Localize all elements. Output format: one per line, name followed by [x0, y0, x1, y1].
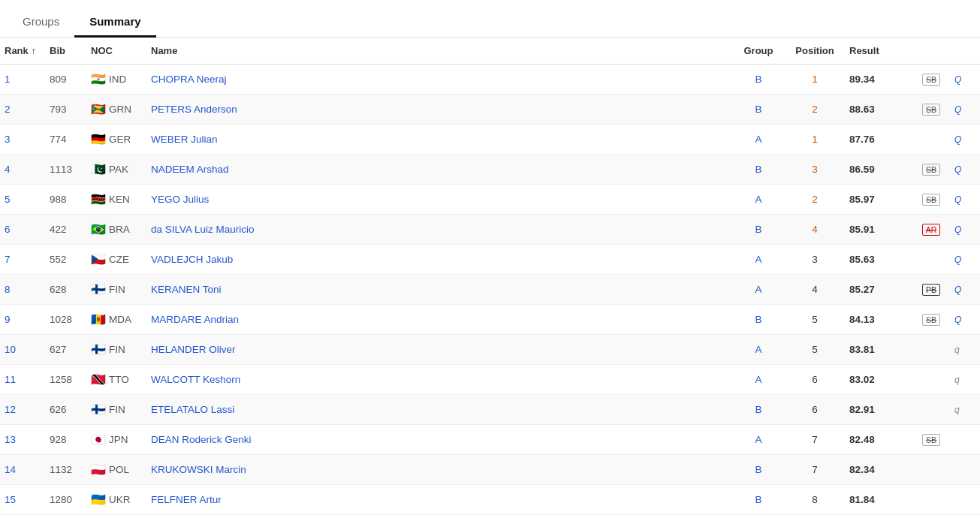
- q-indicator: Q: [954, 74, 961, 85]
- badge-cell: PB: [912, 275, 950, 305]
- flag-icon: 🇰🇪: [91, 192, 106, 206]
- name-cell[interactable]: YEGO Julius: [146, 185, 732, 215]
- bib-cell: 1280: [45, 485, 86, 515]
- q-indicator: Q: [954, 194, 961, 205]
- noc-cell: 🇫🇮FIN: [86, 335, 146, 365]
- q-indicator: q: [954, 345, 960, 355]
- qualification-cell: q: [950, 335, 980, 365]
- record-badge: AR: [922, 224, 941, 236]
- name-cell[interactable]: HELANDER Oliver: [146, 335, 732, 365]
- group-cell: A: [732, 425, 785, 455]
- table-row: 8628🇫🇮FINKERANEN ToniA485.27PBQ: [0, 275, 980, 305]
- col-position: Position: [785, 38, 845, 65]
- name-cell[interactable]: FELFNER Artur: [146, 485, 732, 515]
- name-cell[interactable]: VADLEJCH Jakub: [146, 245, 732, 275]
- flag-icon: 🇧🇷: [91, 222, 106, 236]
- table-row: 41113🇵🇰PAKNADEEM ArshadB386.59SBQ: [0, 155, 980, 185]
- noc-cell: 🇵🇰PAK: [86, 155, 146, 185]
- name-cell[interactable]: WALCOTT Keshorn: [146, 365, 732, 395]
- noc-cell: 🇧🇷BRA: [86, 215, 146, 245]
- noc-cell: 🇩🇪GER: [86, 125, 146, 155]
- position-cell: 3: [785, 155, 845, 185]
- record-badge: SB: [922, 194, 940, 206]
- table-row: 91028🇲🇩MDAMARDARE AndrianB584.13SBQ: [0, 305, 980, 335]
- noc-code: FIN: [109, 404, 125, 415]
- bib-cell: 774: [45, 125, 86, 155]
- qualification-cell: Q: [950, 65, 980, 95]
- name-cell[interactable]: MARDARE Andrian: [146, 305, 732, 335]
- flag-icon: 🇵🇱: [91, 462, 106, 477]
- group-cell: B: [732, 485, 785, 515]
- name-cell[interactable]: DEAN Roderick Genki: [146, 425, 732, 455]
- bib-cell: 552: [45, 245, 86, 275]
- qualification-cell: Q: [950, 245, 980, 275]
- table-row: 3774🇩🇪GERWEBER JulianA187.76Q: [0, 125, 980, 155]
- flag-icon: 🇺🇦: [91, 492, 106, 507]
- result-cell: 82.91: [845, 395, 912, 425]
- group-cell: B: [732, 155, 785, 185]
- bib-cell: 626: [45, 395, 86, 425]
- rank-cell: 6: [0, 215, 45, 245]
- qualification-cell: Q: [950, 275, 980, 305]
- group-cell: A: [732, 365, 785, 395]
- noc-cell: 🇵🇱POL: [86, 455, 146, 485]
- table-header-row: Rank ↑ Bib NOC Name Group Position Resul…: [0, 38, 980, 65]
- noc-cell: 🇰🇪KEN: [86, 185, 146, 215]
- badge-cell: [912, 125, 950, 155]
- bib-cell: 988: [45, 185, 86, 215]
- result-cell: 83.81: [845, 335, 912, 365]
- table-row: 111258🇹🇹TTOWALCOTT KeshornA683.02q: [0, 365, 980, 395]
- col-badge: [912, 38, 950, 65]
- rank-cell: 9: [0, 305, 45, 335]
- name-cell[interactable]: NADEEM Arshad: [146, 155, 732, 185]
- tabs-container: Groups Summary: [0, 0, 980, 38]
- bib-cell: 809: [45, 65, 86, 95]
- noc-cell: 🇺🇦UKR: [86, 485, 146, 515]
- position-cell: 6: [785, 365, 845, 395]
- flag-icon: 🇩🇪: [91, 132, 106, 146]
- record-badge: SB: [922, 74, 940, 86]
- badge-cell: [912, 245, 950, 275]
- bib-cell: 1258: [45, 365, 86, 395]
- bib-cell: 627: [45, 335, 86, 365]
- table-row: 141132🇵🇱POLKRUKOWSKI MarcinB782.34: [0, 455, 980, 485]
- bib-cell: 1113: [45, 155, 86, 185]
- name-cell[interactable]: da SILVA Luiz Mauricio: [146, 215, 732, 245]
- flag-icon: 🇲🇩: [91, 312, 106, 327]
- result-cell: 85.97: [845, 185, 912, 215]
- table-row: 10627🇫🇮FINHELANDER OliverA583.81q: [0, 335, 980, 365]
- name-cell[interactable]: WEBER Julian: [146, 125, 732, 155]
- qualification-cell: Q: [950, 185, 980, 215]
- q-indicator: Q: [954, 224, 961, 235]
- result-cell: 87.76: [845, 125, 912, 155]
- group-cell: A: [732, 125, 785, 155]
- name-cell[interactable]: CHOPRA Neeraj: [146, 65, 732, 95]
- result-cell: 85.27: [845, 275, 912, 305]
- group-cell: B: [732, 305, 785, 335]
- col-result: Result: [845, 38, 912, 65]
- table-row: 1809🇮🇳INDCHOPRA NeerajB189.34SBQ: [0, 65, 980, 95]
- badge-cell: [912, 395, 950, 425]
- group-cell: B: [732, 215, 785, 245]
- position-cell: 4: [785, 275, 845, 305]
- rank-cell: 7: [0, 245, 45, 275]
- record-badge: SB: [922, 104, 940, 116]
- bib-cell: 1132: [45, 455, 86, 485]
- badge-cell: SB: [912, 95, 950, 125]
- name-cell[interactable]: KRUKOWSKI Marcin: [146, 455, 732, 485]
- tab-groups[interactable]: Groups: [8, 8, 74, 38]
- result-cell: 86.59: [845, 155, 912, 185]
- name-cell[interactable]: PETERS Anderson: [146, 95, 732, 125]
- badge-cell: [912, 455, 950, 485]
- result-cell: 84.13: [845, 305, 912, 335]
- result-cell: 85.91: [845, 215, 912, 245]
- rank-cell: 3: [0, 125, 45, 155]
- qualification-cell: Q: [950, 215, 980, 245]
- position-cell: 5: [785, 305, 845, 335]
- rank-cell: 11: [0, 365, 45, 395]
- name-cell[interactable]: ETELATALO Lassi: [146, 395, 732, 425]
- name-cell[interactable]: KERANEN Toni: [146, 275, 732, 305]
- noc-cell: 🇨🇿CZE: [86, 245, 146, 275]
- flag-icon: 🇹🇹: [91, 372, 106, 387]
- tab-summary[interactable]: Summary: [74, 8, 155, 38]
